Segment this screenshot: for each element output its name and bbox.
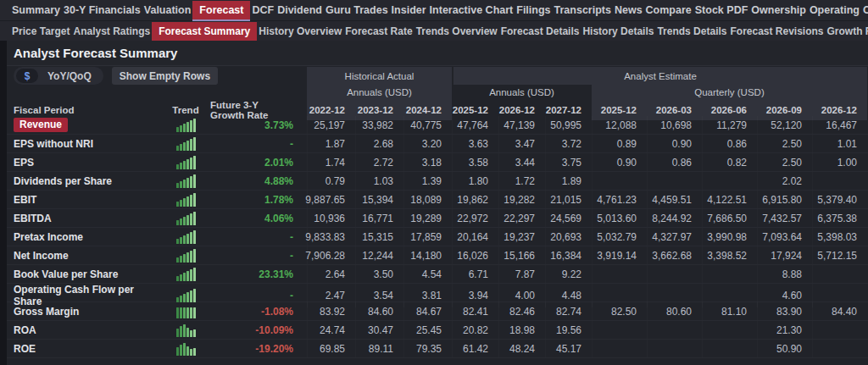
value-cell: 3,990.98 xyxy=(702,228,757,246)
value-cell: 3.58 xyxy=(452,153,498,171)
value-cell: 8,244.92 xyxy=(647,209,702,227)
table-column-headers: Fiscal PeriodTrendFuture 3-Y Growth Rate… xyxy=(7,100,868,116)
value-cell: 17,924 xyxy=(757,246,812,264)
nav-item-transcripts[interactable]: Transcripts xyxy=(553,2,613,19)
nav-item-dividend[interactable]: Dividend xyxy=(275,2,324,19)
value-cell: 81.10 xyxy=(702,302,757,320)
growth-rate-value: 4.06% xyxy=(210,209,307,227)
value-cell: 82.50 xyxy=(592,302,647,320)
nav-item-history-overview[interactable]: History Overview xyxy=(257,23,343,40)
value-cell: 0.90 xyxy=(592,153,647,171)
value-cell: 3.47 xyxy=(498,135,545,152)
forecast-table: $ YoY/QoQ Show Empty Rows Historical Act… xyxy=(7,67,868,358)
value-cell: 15,166 xyxy=(498,246,545,264)
row-label-gross-margin[interactable]: Gross Margin xyxy=(7,302,161,320)
table-row-net-income: Net Income-7,906.2812,24414,18016,02615,… xyxy=(7,246,868,265)
value-cell: 4,761.23 xyxy=(592,191,647,208)
value-cell: 3.44 xyxy=(498,153,545,171)
value-cell: 0.86 xyxy=(647,153,702,171)
nav-item-compare[interactable]: Compare xyxy=(644,2,693,19)
row-label-ebitda[interactable]: EBITDA xyxy=(7,209,161,227)
row-label-roe[interactable]: ROE xyxy=(7,340,161,357)
value-cell: 24.74 xyxy=(307,321,355,339)
nav-item-forecast-rate[interactable]: Forecast Rate xyxy=(343,23,414,40)
nav-item-trends-overview[interactable]: Trends Overview xyxy=(415,23,499,40)
value-cell: 9,833.83 xyxy=(307,228,355,246)
trend-up-icon xyxy=(161,172,210,190)
value-cell: 82.46 xyxy=(498,302,545,320)
row-label-net-income[interactable]: Net Income xyxy=(7,246,161,264)
row-label-roa[interactable]: ROA xyxy=(7,321,161,339)
value-cell: 4,122.51 xyxy=(702,191,757,208)
nav-item-forecast-revisions[interactable]: Forecast Revisions xyxy=(728,23,825,40)
row-label-dividends-per-share[interactable]: Dividends per Share xyxy=(7,172,161,190)
growth-rate-value: 1.78% xyxy=(210,191,307,208)
table-row-eps: EPS2.01%1.742.723.183.583.443.750.900.86… xyxy=(7,153,868,172)
nav-item-dcf[interactable]: DCF xyxy=(250,2,275,19)
nav-item-30-y-financials[interactable]: 30-Y Financials xyxy=(62,2,142,19)
value-cell: 19,237 xyxy=(498,228,545,246)
value-cell: 84.40 xyxy=(812,302,867,320)
content-area: Analyst Forecast Summary $ YoY/QoQ Show … xyxy=(0,41,868,365)
nav-item-forecast-summary[interactable]: Forecast Summary xyxy=(152,22,257,41)
value-cell: 10,698 xyxy=(647,116,702,134)
nav-item-summary[interactable]: Summary xyxy=(10,2,62,19)
value-cell: 19,282 xyxy=(498,191,545,208)
nav-item-insider[interactable]: Insider xyxy=(390,2,428,19)
nav-item-ownership[interactable]: Ownership xyxy=(749,2,808,19)
value-cell: 9.22 xyxy=(545,265,592,283)
display-mode-toggle[interactable]: $ YoY/QoQ xyxy=(14,67,103,85)
value-cell: 1.74 xyxy=(307,153,355,171)
nav-item-growth-forecast[interactable]: Growth Forecast xyxy=(826,23,868,40)
table-row-eps-without-nri: EPS without NRI-1.872.683.203.633.473.72… xyxy=(7,135,868,153)
mini-bar-chart-icon xyxy=(176,174,196,188)
value-cell: 3.18 xyxy=(403,153,452,171)
nav-item-trends-details[interactable]: Trends Details xyxy=(655,23,728,40)
value-cell: 21.30 xyxy=(757,321,812,339)
yoy-qoq-toggle[interactable]: YoY/QoQ xyxy=(38,70,101,82)
nav-item-operating[interactable]: Operating xyxy=(808,2,861,19)
value-cell xyxy=(702,340,757,357)
value-cell xyxy=(647,340,702,357)
value-cell: 48.24 xyxy=(498,340,545,357)
nav-item-forecast[interactable]: Forecast xyxy=(192,1,250,19)
table-row-operating-cash-flow-per-share: Operating Cash Flow per Share-2.473.543.… xyxy=(7,284,868,302)
value-cell: 2.50 xyxy=(757,153,812,171)
estimate-quarterly-header: Quarterly (USD) xyxy=(592,85,867,100)
show-empty-rows-button[interactable]: Show Empty Rows xyxy=(112,67,218,85)
nav-item-guru-trades[interactable]: Guru Trades xyxy=(324,2,390,19)
nav-item-stock-pdf[interactable]: Stock PDF xyxy=(693,2,750,19)
nav-item-forecast-details[interactable]: Forecast Details xyxy=(499,23,581,40)
mini-bar-chart-icon xyxy=(176,249,196,263)
row-label-revenue[interactable]: Revenue xyxy=(7,116,161,134)
trend-up-icon xyxy=(161,265,210,283)
value-cell: 1.87 xyxy=(307,135,355,152)
nav-item-interactive-chart[interactable]: Interactive Chart xyxy=(428,2,515,19)
trend-flat-icon xyxy=(161,302,210,320)
nav-item-valuation[interactable]: Valuation xyxy=(142,2,193,19)
value-cell: 22,972 xyxy=(452,209,498,227)
value-cell: 0.89 xyxy=(592,135,647,152)
value-cell: 89.11 xyxy=(355,340,403,357)
row-label-ebit[interactable]: EBIT xyxy=(7,191,161,208)
row-label-eps[interactable]: EPS xyxy=(7,153,161,171)
title-bar: Analyst Forecast Summary xyxy=(7,41,868,66)
value-cell: 25,197 xyxy=(307,116,355,134)
nav-item-history-details[interactable]: History Details xyxy=(581,23,655,40)
highlighted-row-badge: Revenue xyxy=(14,118,68,132)
nav-item-price-target[interactable]: Price Target xyxy=(10,23,71,40)
mini-bar-chart-icon xyxy=(176,119,196,132)
nav-item-analyst-ratings[interactable]: Analyst Ratings xyxy=(71,23,152,40)
row-label-pretax-income[interactable]: Pretax Income xyxy=(7,228,161,246)
growth-rate-value: -10.09% xyxy=(210,321,307,339)
value-cell: 83.92 xyxy=(307,302,355,320)
table-row-book-value-per-share: Book Value per Share23.31%2.643.504.546.… xyxy=(7,265,868,284)
nav-item-checklist[interactable]: Checklist xyxy=(861,2,868,19)
currency-toggle[interactable]: $ xyxy=(16,69,38,83)
nav-item-news[interactable]: News xyxy=(613,2,644,19)
nav-item-filings[interactable]: Filings xyxy=(515,2,552,19)
row-label-book-value-per-share[interactable]: Book Value per Share xyxy=(7,265,161,283)
table-row-dividends-per-share: Dividends per Share4.88%0.791.031.391.80… xyxy=(7,172,868,191)
table-header-subgroups: Annuals (USD) Annuals (USD) Quarterly (U… xyxy=(7,85,868,100)
row-label-eps-without-nri[interactable]: EPS without NRI xyxy=(7,135,161,152)
